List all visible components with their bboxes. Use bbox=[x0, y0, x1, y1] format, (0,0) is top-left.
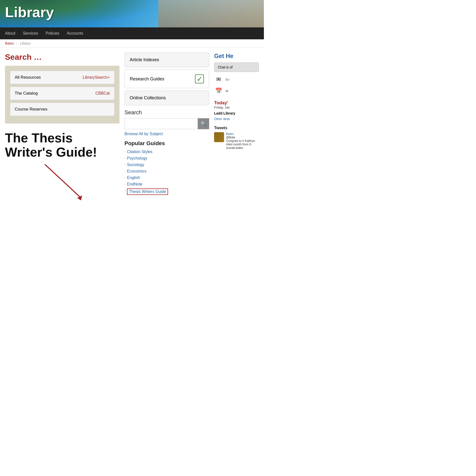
all-resources-label: All Resources bbox=[15, 75, 41, 80]
annotation-text: The ThesisWriter's Guide! bbox=[5, 131, 119, 159]
checkmark-icon: ✓ bbox=[195, 74, 204, 83]
today-section: Today' Friday, Jan Ladd Library Other de… bbox=[214, 100, 259, 121]
site-title: Library bbox=[5, 4, 54, 20]
nav-accounts[interactable]: Accounts bbox=[67, 28, 83, 39]
left-column: Search … All Resources LibrarySearch+ Th… bbox=[5, 53, 119, 202]
header-banner: Library bbox=[0, 0, 264, 27]
tweets-heading: Tweets bbox=[214, 126, 259, 130]
search-heading: Search … bbox=[5, 53, 119, 62]
list-item: English bbox=[124, 176, 209, 180]
today-location: Ladd Library bbox=[214, 111, 259, 115]
list-item: Citation Styles bbox=[124, 150, 209, 154]
all-resources-btn[interactable]: All Resources LibrarySearch+ bbox=[10, 71, 115, 84]
tweet-content: Bates @Bate Congrats to # Kathryn Ailes … bbox=[226, 132, 259, 150]
left-search-box: All Resources LibrarySearch+ The Catalog… bbox=[5, 66, 119, 123]
list-item-highlighted: Thesis Writers Guide bbox=[124, 188, 209, 195]
catalog-label: The Catalog bbox=[15, 91, 38, 96]
tweet-text: Congrats to # Kathryn Ailes month from S… bbox=[226, 139, 259, 150]
psychology-link[interactable]: Psychology bbox=[127, 156, 147, 160]
arrow-icon bbox=[25, 162, 100, 202]
search-label: Search bbox=[124, 109, 209, 116]
english-link[interactable]: English bbox=[127, 176, 140, 180]
calendar-icon: 📅 bbox=[214, 86, 223, 95]
article-indexes-label: Article Indexes bbox=[130, 57, 159, 62]
sidebar-email-item: ✉ En bbox=[214, 75, 259, 84]
today-date: Friday, Jan bbox=[214, 106, 259, 109]
guide-buttons: Article Indexes Research Guides ✓ Online… bbox=[124, 53, 209, 105]
course-reserves-btn[interactable]: Course Reserves bbox=[10, 103, 115, 116]
nav-about[interactable]: About bbox=[5, 28, 15, 39]
list-item: Sociology bbox=[124, 163, 209, 167]
online-collections-btn[interactable]: Online Collections bbox=[124, 91, 209, 105]
navbar: About Services Policies Accounts bbox=[0, 27, 264, 39]
list-item: EndNote bbox=[124, 182, 209, 186]
nav-services[interactable]: Services bbox=[23, 28, 38, 39]
today-heading: Today' bbox=[214, 100, 259, 106]
main-container: Search … All Resources LibrarySearch+ Th… bbox=[0, 48, 264, 207]
sidebar-column: Get He Chat is of ✉ En 📅 M Today' Friday… bbox=[214, 53, 259, 202]
chat-button[interactable]: Chat is of bbox=[214, 62, 259, 72]
breadcrumb-bates[interactable]: Bates bbox=[5, 41, 14, 45]
course-reserves-label: Course Reserves bbox=[15, 107, 47, 112]
sociology-link[interactable]: Sociology bbox=[127, 163, 144, 167]
popular-guides-heading: Popular Guides bbox=[124, 140, 209, 147]
tweet-user: Bates bbox=[226, 132, 259, 136]
tweet-avatar-image bbox=[214, 132, 224, 142]
search-button[interactable]: 🔍 bbox=[198, 118, 209, 129]
sidebar-email-text: En bbox=[226, 78, 230, 81]
search-input[interactable] bbox=[124, 118, 198, 129]
list-item: Economics bbox=[124, 169, 209, 174]
email-icon: ✉ bbox=[214, 75, 223, 84]
popular-guides-list: Citation Styles Psychology Sociology Eco… bbox=[124, 150, 209, 195]
endnote-link[interactable]: EndNote bbox=[127, 182, 142, 186]
catalog-btn[interactable]: The Catalog CBBCat bbox=[10, 87, 115, 100]
thesis-writers-guide-link[interactable]: Thesis Writers Guide bbox=[127, 188, 168, 195]
tweet-handle-text: @Bate bbox=[226, 136, 259, 139]
search-input-row: 🔍 bbox=[124, 118, 209, 129]
sidebar-calendar-text: M bbox=[226, 89, 228, 93]
annotation-area: The ThesisWriter's Guide! bbox=[5, 131, 119, 202]
cbbcat-link: CBBCat bbox=[95, 91, 110, 96]
library-search-link: LibrarySearch+ bbox=[83, 75, 110, 80]
tweet-item: Bates @Bate Congrats to # Kathryn Ailes … bbox=[214, 132, 259, 150]
tweet-avatar bbox=[214, 132, 224, 142]
breadcrumb: Bates › Library bbox=[0, 39, 264, 48]
citation-styles-link[interactable]: Citation Styles bbox=[127, 150, 152, 154]
breadcrumb-library: Library bbox=[20, 41, 31, 45]
svg-line-0 bbox=[45, 164, 80, 197]
economics-link[interactable]: Economics bbox=[127, 169, 146, 173]
article-indexes-btn[interactable]: Article Indexes bbox=[124, 53, 209, 67]
tweets-section: Tweets Bates @Bate Congrats to # Kathryn… bbox=[214, 126, 259, 150]
arrow-container bbox=[5, 162, 119, 202]
breadcrumb-separator: › bbox=[16, 41, 18, 45]
sidebar-heading: Get He bbox=[214, 53, 259, 60]
nav-policies[interactable]: Policies bbox=[46, 28, 59, 39]
list-item: Psychology bbox=[124, 156, 209, 161]
building-overlay bbox=[158, 0, 264, 27]
other-desk-link[interactable]: Other desk bbox=[214, 117, 230, 121]
research-guides-label: Research Guides bbox=[130, 76, 164, 82]
sidebar-calendar-item: 📅 M bbox=[214, 86, 259, 95]
online-collections-label: Online Collections bbox=[130, 95, 166, 101]
middle-column: Article Indexes Research Guides ✓ Online… bbox=[124, 53, 209, 202]
research-guides-btn[interactable]: Research Guides ✓ bbox=[124, 70, 209, 88]
browse-all-link[interactable]: Browse All by Subject bbox=[124, 132, 209, 136]
